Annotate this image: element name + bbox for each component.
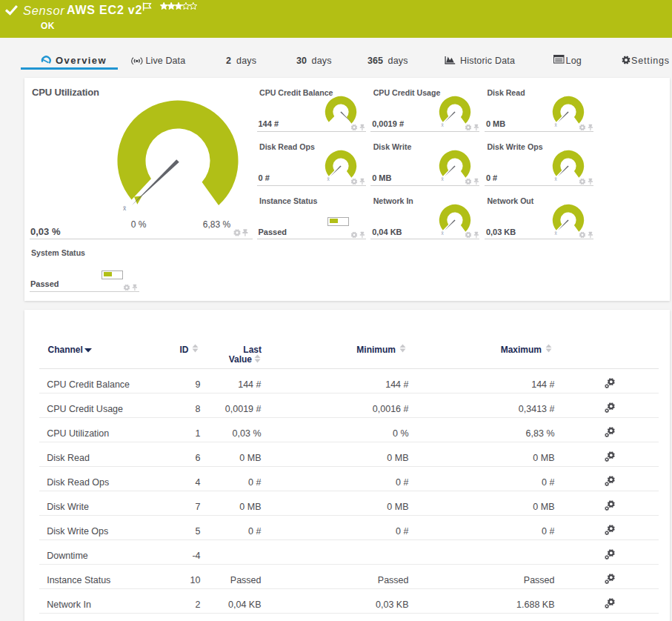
svg-text:x̄: x̄ [441, 230, 444, 236]
svg-text:x̄: x̄ [327, 176, 330, 182]
svg-text:x̄: x̄ [555, 122, 558, 127]
svg-text:x̄: x̄ [441, 176, 444, 182]
svg-text:x̄: x̄ [441, 122, 444, 127]
svg-text:x̄: x̄ [555, 176, 558, 182]
svg-text:x̄: x̄ [555, 230, 558, 236]
